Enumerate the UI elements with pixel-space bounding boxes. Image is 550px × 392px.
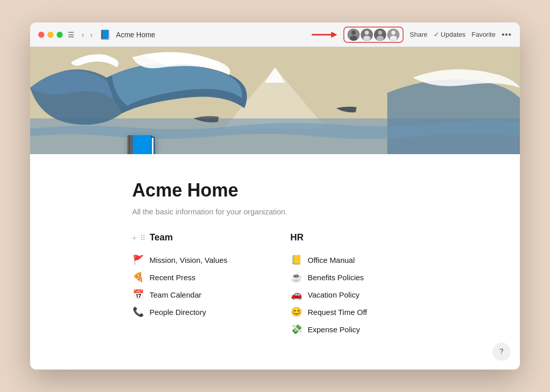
svg-point-6 bbox=[378, 31, 382, 35]
mission-icon: 🚩 bbox=[132, 254, 144, 265]
menu-icon[interactable]: ☰ bbox=[68, 31, 74, 39]
arrow-indicator bbox=[312, 30, 337, 40]
hr-header-row: HR bbox=[290, 232, 418, 243]
list-item[interactable]: ☕ Benefits Policies bbox=[290, 268, 418, 286]
mission-label: Mission, Vision, Values bbox=[149, 256, 228, 264]
avatar-2 bbox=[361, 29, 373, 41]
page-title: Acme Home bbox=[132, 180, 418, 201]
svg-point-5 bbox=[363, 36, 370, 41]
nav-buttons: ‹ › bbox=[80, 30, 94, 40]
calendar-label: Team Calendar bbox=[149, 290, 202, 299]
list-item[interactable]: 📞 People Directory bbox=[132, 303, 260, 321]
expense-label: Expense Policy bbox=[308, 325, 360, 334]
share-button[interactable]: Share bbox=[410, 31, 428, 38]
avatar-1 bbox=[347, 29, 360, 41]
directory-icon: 📞 bbox=[132, 306, 144, 317]
team-column: + ⠿ Team 🚩 Mission, Vision, Values 🍕 Rec… bbox=[132, 232, 260, 338]
more-options-button[interactable]: ••• bbox=[502, 30, 512, 39]
list-item[interactable]: 🚗 Vacation Policy bbox=[290, 286, 418, 303]
list-item[interactable]: 😊 Request Time Off bbox=[290, 303, 418, 321]
titlebar-actions: Share ✓ Updates Favorite ••• bbox=[312, 27, 512, 43]
hr-column-header: HR bbox=[290, 232, 304, 243]
list-item[interactable]: 🚩 Mission, Vision, Values bbox=[132, 251, 260, 268]
team-list: 🚩 Mission, Vision, Values 🍕 Recent Press… bbox=[132, 251, 260, 321]
team-header-row: + ⠿ Team bbox=[132, 232, 260, 243]
page-subtitle: All the basic information for your organ… bbox=[132, 207, 418, 216]
team-add-button[interactable]: + bbox=[132, 234, 136, 242]
list-item[interactable]: 📅 Team Calendar bbox=[132, 286, 260, 303]
traffic-lights bbox=[38, 32, 63, 38]
svg-marker-1 bbox=[331, 32, 337, 38]
header-image: 📘 bbox=[30, 47, 520, 154]
updates-button[interactable]: ✓ Updates bbox=[434, 31, 465, 38]
avatar-4 bbox=[387, 29, 399, 41]
svg-point-3 bbox=[350, 36, 357, 41]
directory-label: People Directory bbox=[149, 308, 206, 316]
expense-icon: 💸 bbox=[290, 324, 303, 335]
svg-point-2 bbox=[352, 31, 356, 35]
timeoff-label: Request Time Off bbox=[308, 308, 367, 316]
manual-label: Office Manual bbox=[308, 256, 355, 264]
favorite-button[interactable]: Favorite bbox=[471, 31, 495, 38]
list-item[interactable]: 💸 Expense Policy bbox=[290, 321, 418, 338]
collaborators-avatars[interactable] bbox=[343, 27, 404, 43]
list-item[interactable]: 🍕 Recent Press bbox=[132, 268, 260, 286]
calendar-icon: 📅 bbox=[132, 289, 144, 300]
maximize-button[interactable] bbox=[57, 32, 63, 38]
page-book-icon: 📘 bbox=[122, 133, 160, 154]
svg-point-7 bbox=[377, 36, 384, 41]
benefits-icon: ☕ bbox=[290, 272, 303, 283]
svg-point-9 bbox=[390, 36, 397, 41]
columns-container: + ⠿ Team 🚩 Mission, Vision, Values 🍕 Rec… bbox=[132, 232, 418, 338]
hr-list: 📒 Office Manual ☕ Benefits Policies 🚗 Va… bbox=[290, 251, 418, 338]
timeoff-icon: 😊 bbox=[290, 306, 303, 317]
manual-icon: 📒 bbox=[290, 254, 303, 265]
close-button[interactable] bbox=[38, 32, 44, 38]
list-item[interactable]: 📒 Office Manual bbox=[290, 251, 418, 268]
wave-artwork bbox=[30, 47, 520, 154]
team-column-header: Team bbox=[149, 232, 173, 243]
avatar-3 bbox=[374, 29, 386, 41]
press-icon: 🍕 bbox=[132, 272, 144, 283]
svg-point-8 bbox=[391, 31, 395, 35]
page-icon: 📘 bbox=[99, 29, 111, 40]
vacation-label: Vacation Policy bbox=[308, 290, 359, 299]
window-title: Acme Home bbox=[116, 31, 307, 39]
press-label: Recent Press bbox=[149, 273, 195, 282]
main-content: Acme Home All the basic information for … bbox=[30, 154, 520, 358]
titlebar: ☰ ‹ › 📘 Acme Home bbox=[30, 22, 520, 47]
help-button[interactable]: ? bbox=[493, 343, 510, 359]
minimize-button[interactable] bbox=[47, 32, 54, 38]
team-grid-button[interactable]: ⠿ bbox=[140, 234, 145, 242]
svg-point-4 bbox=[365, 31, 369, 35]
vacation-icon: 🚗 bbox=[290, 289, 303, 300]
benefits-label: Benefits Policies bbox=[308, 273, 364, 282]
app-window: ☰ ‹ › 📘 Acme Home bbox=[30, 22, 520, 370]
hr-column: HR 📒 Office Manual ☕ Benefits Policies 🚗… bbox=[290, 232, 418, 338]
forward-button[interactable]: › bbox=[88, 30, 95, 40]
back-button[interactable]: ‹ bbox=[80, 30, 86, 40]
